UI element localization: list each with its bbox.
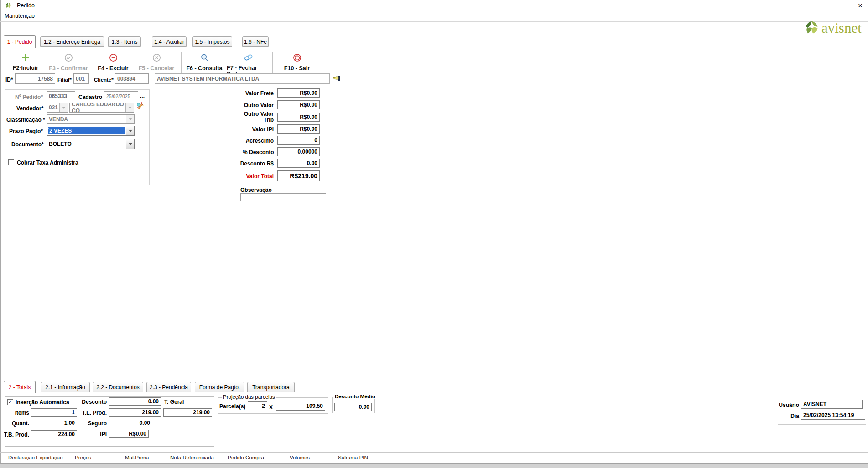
avisnet-leaf-icon: [804, 19, 820, 37]
footer-link-mat-prima[interactable]: Mat.Prima: [125, 455, 149, 460]
sparkle-pen-icon[interactable]: [136, 101, 144, 112]
observacao-label: Observação: [240, 187, 272, 193]
classificacao-label: Classificação *: [6, 117, 45, 123]
usuario-field: AVISNET: [801, 400, 863, 409]
footer-link-volumes[interactable]: Volumes: [290, 455, 310, 460]
valor-ipi-label: Valor IPI: [243, 126, 274, 133]
t-geral-label: T. Geral: [164, 399, 184, 405]
tab-auxiliar[interactable]: 1.4 - Auxiliar: [152, 36, 187, 47]
usuario-label: Usuário: [778, 402, 799, 408]
check-circle-icon: [64, 53, 73, 63]
acrescimo-field[interactable]: 0: [277, 136, 320, 145]
acrescimo-label: Acréscimo: [243, 138, 274, 144]
pct-desconto-field[interactable]: 0.00000: [277, 147, 320, 156]
tab-endereco-entrega[interactable]: 1.2 - Endereço Entrega: [40, 36, 104, 47]
vendedor-name-combo[interactable]: CARLOS EDUARDO CO: [69, 103, 134, 113]
desconto-rs-label: Desconto R$: [239, 160, 274, 167]
footer-link-declaracao-exportacao[interactable]: Declaração Exportação: [8, 455, 63, 460]
prazo-pagto-label: Prazo Pagto*: [9, 128, 43, 134]
id-field[interactable]: 17588: [15, 73, 55, 84]
num-pedido-label: Nº Pedido*: [15, 94, 43, 100]
cobrar-taxa-checkbox[interactable]: [8, 159, 14, 165]
parcelas-times-label: X: [269, 404, 273, 411]
valor-frete-label: Valor Frete: [243, 90, 274, 97]
outro-valor-field[interactable]: R$0.00: [277, 100, 320, 109]
pct-desconto-label: % Desconto: [243, 149, 274, 155]
documento-combo[interactable]: BOLETO: [47, 139, 135, 149]
seguro-label: Seguro: [81, 420, 107, 427]
documento-label: Documento*: [11, 141, 44, 148]
cliente-name-field[interactable]: AVISNET SYSTEM INFORMATICA LTDA: [155, 73, 330, 84]
chevron-down-icon: [126, 139, 134, 149]
footer-link-precos[interactable]: Preços: [75, 455, 91, 460]
footer-link-pedido-compra[interactable]: Pedido Compra: [228, 455, 264, 460]
tab-pendencia[interactable]: 2.3 - Pendência: [146, 382, 191, 392]
x-circle-icon: [152, 53, 161, 63]
cadastro-field[interactable]: 25/02/2025: [104, 91, 138, 101]
vendedor-label: Vendedor*: [16, 105, 43, 112]
close-icon[interactable]: ✕: [855, 1, 866, 10]
f2-incluir-button[interactable]: F2-Incluir: [7, 53, 44, 71]
plus-icon: [21, 53, 30, 63]
filial-field[interactable]: 001: [73, 73, 89, 84]
tab-informacao[interactable]: 2.1 - Informação: [41, 382, 90, 392]
tab-transportadora[interactable]: Transportadora: [247, 382, 295, 392]
classificacao-combo[interactable]: VENDA: [47, 114, 135, 124]
tab-impostos[interactable]: 1.5 - Impostos: [192, 36, 232, 47]
menu-item-manutencao[interactable]: Manutenção: [5, 13, 35, 19]
minus-circle-icon: [109, 53, 118, 63]
brand-logo: avisnet: [804, 19, 862, 37]
f4-excluir-button[interactable]: F4 - Excluir: [90, 53, 136, 72]
insercao-automatica-label: Inserção Automatica: [16, 399, 69, 406]
tl-prod-field: 219.00: [109, 408, 161, 417]
footer-link-nota-referenciada[interactable]: Nota Referenciada: [170, 455, 214, 460]
tab-nfe[interactable]: 1.6 - NFe: [242, 36, 269, 47]
outro-valor-trib-field[interactable]: R$0.00: [277, 113, 320, 122]
tl-prod-label: T.L. Prod.: [81, 410, 107, 416]
vendedor-code-combo[interactable]: 021: [47, 103, 68, 113]
window-right-border: [867, 0, 867, 468]
cadastro-more-button[interactable]: ...: [140, 93, 145, 99]
prazo-pagto-selected: 2 VEZES: [48, 127, 125, 134]
outro-valor-label: Outro Valor: [243, 102, 274, 108]
observacao-input[interactable]: [240, 193, 326, 201]
brand-logo-text: avisnet: [821, 20, 862, 36]
cliente-code-field[interactable]: 003894: [115, 73, 149, 84]
search-icon: [200, 53, 209, 63]
chevron-down-icon: [125, 103, 134, 112]
outro-valor-trib-label: Outro Valor Trib: [243, 111, 274, 123]
f6-consulta-button[interactable]: F6 - Consulta: [184, 53, 224, 72]
id-label: ID*: [5, 77, 13, 83]
chevron-down-icon: [126, 126, 134, 135]
valor-ipi-field[interactable]: R$0.00: [277, 124, 320, 134]
window-bottom-strip: [0, 463, 868, 468]
insercao-automatica-checkbox[interactable]: ✓: [7, 399, 13, 405]
desconto-rs-field[interactable]: 0.00: [277, 159, 320, 168]
power-icon: [293, 53, 301, 63]
cadastro-label: Cadastro: [78, 94, 102, 100]
tab-items[interactable]: 1.3 - Items: [108, 36, 141, 47]
footer-link-suframa-pin[interactable]: Suframa PIN: [338, 455, 368, 460]
tab-forma-pagto[interactable]: Forma de Pagto.: [195, 382, 244, 392]
chevron-down-icon: [59, 103, 68, 112]
tab-pedido[interactable]: 1 - Pedido: [4, 35, 36, 48]
t-geral-field: 219.00: [163, 408, 212, 417]
tab-documentos[interactable]: 2.2 - Documentos: [93, 382, 143, 392]
num-pedido-field[interactable]: 065333: [47, 91, 75, 101]
menu-separator: [0, 21, 868, 22]
toolbar-separator: [272, 52, 273, 73]
parcelas-count-field[interactable]: 2: [248, 401, 267, 410]
tab-totais[interactable]: 2 - Totais: [4, 381, 36, 393]
quant-field: 1.00: [31, 419, 77, 427]
pedido-window: Pedido ✕ Manutenção avisnet 1 - Pedido 1…: [0, 0, 868, 468]
ipi-field: R$0.00: [109, 430, 149, 438]
f10-sair-button[interactable]: F10 - Sair: [281, 53, 313, 72]
hand-pointer-icon[interactable]: [333, 74, 341, 84]
tb-prod-field: 224.00: [31, 430, 77, 438]
tb-prod-label: T.B. Prod.: [3, 432, 29, 438]
valor-frete-field[interactable]: R$0.00: [277, 88, 320, 98]
prazo-pagto-combo[interactable]: 2 VEZES: [47, 126, 135, 136]
window-icon: [5, 2, 12, 9]
cobrar-taxa-label: Cobrar Taxa Administra: [17, 159, 78, 166]
seguro-field: 0.00: [109, 419, 152, 427]
